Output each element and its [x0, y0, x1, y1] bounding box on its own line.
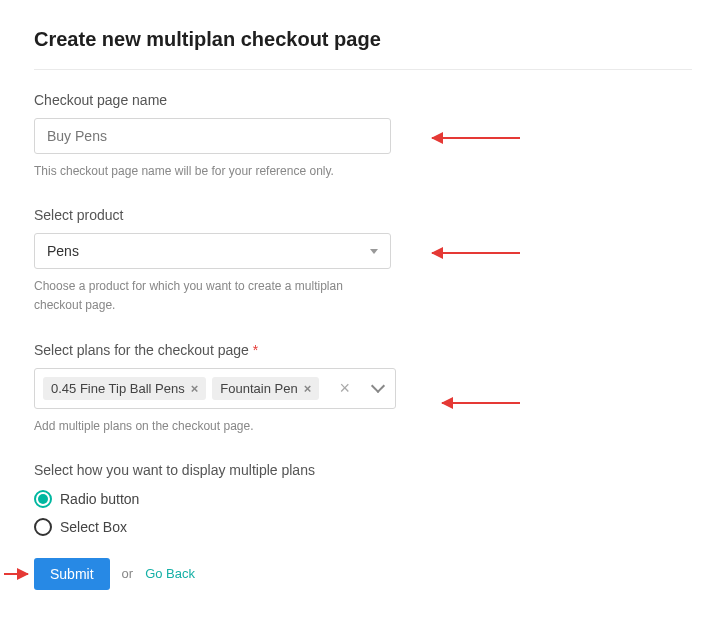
plans-multiselect[interactable]: 0.45 Fine Tip Ball Pens × Fountain Pen ×… — [34, 368, 396, 409]
page-title: Create new multiplan checkout page — [34, 28, 692, 51]
radio-label-text: Select Box — [60, 519, 127, 535]
caret-down-icon — [370, 249, 378, 254]
plans-help: Add multiple plans on the checkout page. — [34, 417, 394, 436]
checkout-name-help: This checkout page name will be for your… — [34, 162, 394, 181]
display-label: Select how you want to display multiple … — [34, 462, 692, 478]
plans-label-text: Select plans for the checkout page — [34, 342, 249, 358]
display-group: Select how you want to display multiple … — [34, 462, 692, 536]
multiselect-controls: × — [329, 369, 395, 408]
checkout-name-group: Checkout page name This checkout page na… — [34, 92, 692, 181]
product-group: Select product Pens Choose a product for… — [34, 207, 692, 315]
tag-remove-icon[interactable]: × — [191, 381, 199, 396]
product-help: Choose a product for which you want to c… — [34, 277, 394, 315]
plans-group: Select plans for the checkout page * 0.4… — [34, 342, 692, 436]
tag-label: 0.45 Fine Tip Ball Pens — [51, 381, 185, 396]
tag-item: 0.45 Fine Tip Ball Pens × — [43, 377, 206, 400]
or-text: or — [122, 566, 134, 581]
radio-icon — [34, 490, 52, 508]
actions-row: Submit or Go Back — [34, 558, 692, 590]
chevron-down-icon — [371, 379, 385, 393]
arrow-icon — [432, 252, 520, 254]
arrow-icon — [4, 573, 28, 575]
divider — [34, 69, 692, 70]
radio-option-radio[interactable]: Radio button — [34, 490, 692, 508]
product-value: Pens — [47, 243, 370, 259]
product-select[interactable]: Pens — [34, 233, 391, 269]
tag-remove-icon[interactable]: × — [304, 381, 312, 396]
required-mark: * — [253, 342, 258, 358]
arrow-icon — [442, 402, 520, 404]
tags-area: 0.45 Fine Tip Ball Pens × Fountain Pen × — [35, 369, 329, 408]
open-dropdown[interactable] — [361, 385, 395, 391]
product-label: Select product — [34, 207, 692, 223]
checkout-name-input[interactable] — [34, 118, 391, 154]
clear-all-icon[interactable]: × — [329, 378, 360, 399]
tag-item: Fountain Pen × — [212, 377, 319, 400]
radio-option-select[interactable]: Select Box — [34, 518, 692, 536]
checkout-name-label: Checkout page name — [34, 92, 692, 108]
go-back-link[interactable]: Go Back — [145, 566, 195, 581]
radio-label-text: Radio button — [60, 491, 139, 507]
radio-group: Radio button Select Box — [34, 490, 692, 536]
submit-button[interactable]: Submit — [34, 558, 110, 590]
tag-label: Fountain Pen — [220, 381, 297, 396]
radio-icon — [34, 518, 52, 536]
plans-label: Select plans for the checkout page * — [34, 342, 692, 358]
arrow-icon — [432, 137, 520, 139]
